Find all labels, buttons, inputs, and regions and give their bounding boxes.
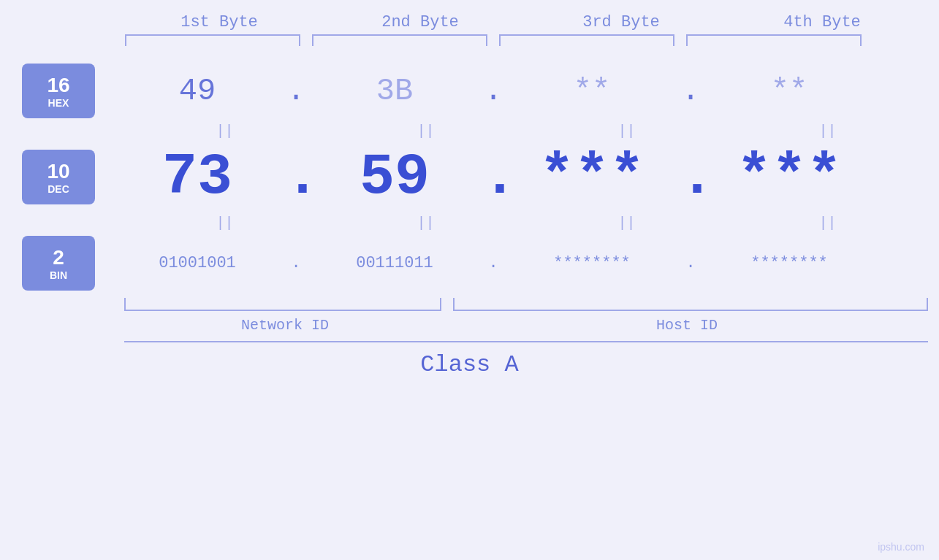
eq2-b1: || [137,215,313,231]
equals-row-2: || || || || [124,210,928,236]
byte-2-header: 2nd Byte [332,13,508,31]
dec-row: 10 DEC 73 . 59 . *** . *** [0,144,939,210]
host-bracket [453,298,928,311]
eq1-b2: || [338,123,514,139]
bin-dot2: . [482,254,504,272]
eq2-b3: || [539,215,715,231]
class-bracket-line [124,341,928,342]
bin-values: 01001001 . 00111011 . ******** . *******… [110,254,939,272]
eq1-b4: || [740,123,916,139]
dec-byte3: *** [504,144,680,210]
hex-base-num: 16 [47,74,69,97]
id-labels-row: Network ID Host ID [124,317,928,334]
dec-byte1: 73 [110,144,285,210]
bin-label-badge: 2 BIN [22,236,95,291]
hex-values: 49 . 3B . ** . ** [110,74,939,109]
bottom-section: Network ID Host ID [0,298,939,334]
class-row: Class A [0,341,939,378]
watermark: ipshu.com [878,541,924,553]
equals-row-1: || || || || [124,118,928,144]
hex-byte3: ** [504,74,680,109]
bin-base-num: 2 [53,246,64,269]
bracket-byte4 [686,34,862,46]
network-id-label: Network ID [124,317,446,334]
dec-byte4: *** [702,144,877,210]
hex-base-name: HEX [48,97,69,109]
bin-byte2: 00111011 [307,254,482,272]
eq2-b4: || [740,215,916,231]
bracket-byte3 [499,34,674,46]
bin-byte4: ******** [702,254,877,272]
eq1-b1: || [137,123,313,139]
network-bracket [124,298,441,311]
bin-byte3: ******** [504,254,680,272]
bin-byte1: 01001001 [110,254,285,272]
dec-dot2: . [482,144,504,210]
dec-dot3: . [680,144,702,210]
hex-dot2: . [482,74,504,109]
top-brackets [119,34,923,49]
class-label: Class A [0,351,939,378]
hex-label-badge: 16 HEX [22,64,95,118]
eq1-b3: || [539,123,715,139]
bin-base-name: BIN [50,269,67,281]
dec-base-name: DEC [47,183,69,195]
main-grid: 16 HEX 49 . 3B . ** . ** || || || || 10 [0,64,939,560]
dec-base-num: 10 [47,160,69,183]
bracket-byte2 [312,34,487,46]
hex-row: 16 HEX 49 . 3B . ** . ** [0,64,939,118]
dec-byte2: 59 [307,144,482,210]
hex-byte4: ** [702,74,877,109]
dec-dot1: . [285,144,307,210]
byte-headers-row: 1st Byte 2nd Byte 3rd Byte 4th Byte [119,13,923,31]
bottom-brackets [124,298,928,312]
eq2-b2: || [338,215,514,231]
bracket-byte1 [125,34,300,46]
byte-4-header: 4th Byte [734,13,910,31]
hex-byte1: 49 [110,74,285,109]
bin-dot1: . [285,254,307,272]
dec-label-badge: 10 DEC [22,150,95,204]
dec-values: 73 . 59 . *** . *** [110,144,939,210]
bin-dot3: . [680,254,702,272]
byte-3-header: 3rd Byte [533,13,709,31]
bin-row: 2 BIN 01001001 . 00111011 . ******** . *… [0,236,939,291]
hex-dot3: . [680,74,702,109]
hex-dot1: . [285,74,307,109]
hex-byte2: 3B [307,74,482,109]
main-container: 1st Byte 2nd Byte 3rd Byte 4th Byte 16 H… [0,0,939,560]
byte-1-header: 1st Byte [132,13,307,31]
host-id-label: Host ID [446,317,928,334]
